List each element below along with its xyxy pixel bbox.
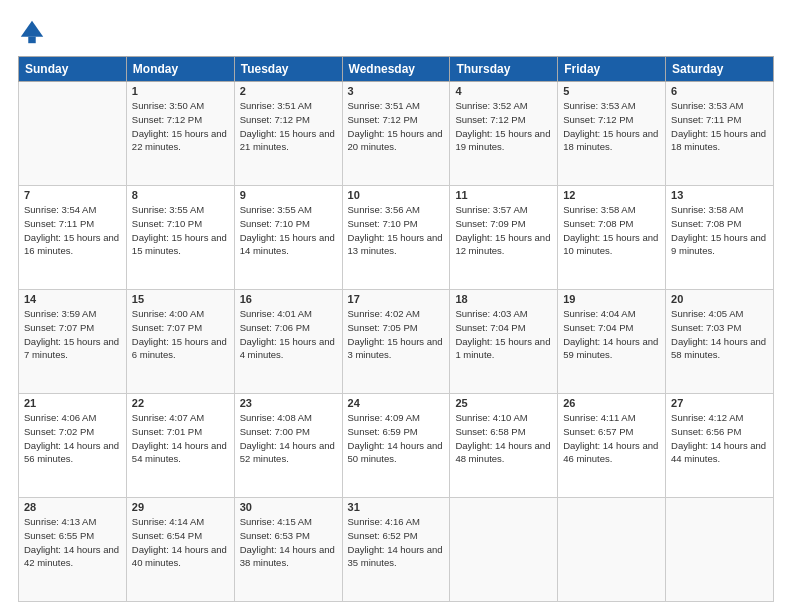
day-number: 24 [348, 397, 445, 409]
day-number: 5 [563, 85, 660, 97]
cell-content: Sunrise: 4:16 AMSunset: 6:52 PMDaylight:… [348, 515, 445, 570]
day-number: 4 [455, 85, 552, 97]
cell-content: Sunrise: 3:51 AMSunset: 7:12 PMDaylight:… [348, 99, 445, 154]
logo-icon [18, 18, 46, 46]
calendar-cell: 7Sunrise: 3:54 AMSunset: 7:11 PMDaylight… [19, 186, 127, 290]
calendar-cell: 5Sunrise: 3:53 AMSunset: 7:12 PMDaylight… [558, 82, 666, 186]
header [18, 18, 774, 46]
day-number: 14 [24, 293, 121, 305]
day-number: 8 [132, 189, 229, 201]
calendar-cell: 3Sunrise: 3:51 AMSunset: 7:12 PMDaylight… [342, 82, 450, 186]
day-number: 12 [563, 189, 660, 201]
calendar-cell: 8Sunrise: 3:55 AMSunset: 7:10 PMDaylight… [126, 186, 234, 290]
cell-content: Sunrise: 3:57 AMSunset: 7:09 PMDaylight:… [455, 203, 552, 258]
cell-content: Sunrise: 3:52 AMSunset: 7:12 PMDaylight:… [455, 99, 552, 154]
calendar-table: SundayMondayTuesdayWednesdayThursdayFrid… [18, 56, 774, 602]
cell-content: Sunrise: 4:00 AMSunset: 7:07 PMDaylight:… [132, 307, 229, 362]
page: SundayMondayTuesdayWednesdayThursdayFrid… [0, 0, 792, 612]
cell-content: Sunrise: 4:13 AMSunset: 6:55 PMDaylight:… [24, 515, 121, 570]
day-number: 30 [240, 501, 337, 513]
calendar-cell: 16Sunrise: 4:01 AMSunset: 7:06 PMDayligh… [234, 290, 342, 394]
cell-content: Sunrise: 3:58 AMSunset: 7:08 PMDaylight:… [563, 203, 660, 258]
calendar-cell: 19Sunrise: 4:04 AMSunset: 7:04 PMDayligh… [558, 290, 666, 394]
weekday-header-tuesday: Tuesday [234, 57, 342, 82]
calendar-cell: 29Sunrise: 4:14 AMSunset: 6:54 PMDayligh… [126, 498, 234, 602]
day-number: 1 [132, 85, 229, 97]
day-number: 23 [240, 397, 337, 409]
day-number: 26 [563, 397, 660, 409]
cell-content: Sunrise: 4:15 AMSunset: 6:53 PMDaylight:… [240, 515, 337, 570]
calendar-cell: 15Sunrise: 4:00 AMSunset: 7:07 PMDayligh… [126, 290, 234, 394]
cell-content: Sunrise: 4:10 AMSunset: 6:58 PMDaylight:… [455, 411, 552, 466]
day-number: 2 [240, 85, 337, 97]
day-number: 13 [671, 189, 768, 201]
calendar-cell: 17Sunrise: 4:02 AMSunset: 7:05 PMDayligh… [342, 290, 450, 394]
day-number: 27 [671, 397, 768, 409]
day-number: 20 [671, 293, 768, 305]
calendar-week-row: 21Sunrise: 4:06 AMSunset: 7:02 PMDayligh… [19, 394, 774, 498]
cell-content: Sunrise: 3:53 AMSunset: 7:11 PMDaylight:… [671, 99, 768, 154]
calendar-cell: 11Sunrise: 3:57 AMSunset: 7:09 PMDayligh… [450, 186, 558, 290]
day-number: 10 [348, 189, 445, 201]
calendar-cell: 10Sunrise: 3:56 AMSunset: 7:10 PMDayligh… [342, 186, 450, 290]
calendar-cell [19, 82, 127, 186]
day-number: 18 [455, 293, 552, 305]
calendar-cell: 25Sunrise: 4:10 AMSunset: 6:58 PMDayligh… [450, 394, 558, 498]
weekday-header-thursday: Thursday [450, 57, 558, 82]
day-number: 15 [132, 293, 229, 305]
day-number: 28 [24, 501, 121, 513]
calendar-week-row: 28Sunrise: 4:13 AMSunset: 6:55 PMDayligh… [19, 498, 774, 602]
cell-content: Sunrise: 4:02 AMSunset: 7:05 PMDaylight:… [348, 307, 445, 362]
calendar-cell: 31Sunrise: 4:16 AMSunset: 6:52 PMDayligh… [342, 498, 450, 602]
day-number: 19 [563, 293, 660, 305]
day-number: 7 [24, 189, 121, 201]
day-number: 6 [671, 85, 768, 97]
cell-content: Sunrise: 4:12 AMSunset: 6:56 PMDaylight:… [671, 411, 768, 466]
calendar-cell: 2Sunrise: 3:51 AMSunset: 7:12 PMDaylight… [234, 82, 342, 186]
cell-content: Sunrise: 4:01 AMSunset: 7:06 PMDaylight:… [240, 307, 337, 362]
day-number: 17 [348, 293, 445, 305]
weekday-header-friday: Friday [558, 57, 666, 82]
cell-content: Sunrise: 4:04 AMSunset: 7:04 PMDaylight:… [563, 307, 660, 362]
calendar-cell: 13Sunrise: 3:58 AMSunset: 7:08 PMDayligh… [666, 186, 774, 290]
day-number: 25 [455, 397, 552, 409]
calendar-cell: 18Sunrise: 4:03 AMSunset: 7:04 PMDayligh… [450, 290, 558, 394]
svg-rect-1 [28, 37, 35, 44]
calendar-cell: 30Sunrise: 4:15 AMSunset: 6:53 PMDayligh… [234, 498, 342, 602]
day-number: 3 [348, 85, 445, 97]
cell-content: Sunrise: 3:54 AMSunset: 7:11 PMDaylight:… [24, 203, 121, 258]
cell-content: Sunrise: 4:14 AMSunset: 6:54 PMDaylight:… [132, 515, 229, 570]
cell-content: Sunrise: 4:07 AMSunset: 7:01 PMDaylight:… [132, 411, 229, 466]
day-number: 31 [348, 501, 445, 513]
calendar-cell: 28Sunrise: 4:13 AMSunset: 6:55 PMDayligh… [19, 498, 127, 602]
calendar-cell: 26Sunrise: 4:11 AMSunset: 6:57 PMDayligh… [558, 394, 666, 498]
calendar-cell: 6Sunrise: 3:53 AMSunset: 7:11 PMDaylight… [666, 82, 774, 186]
calendar-cell: 22Sunrise: 4:07 AMSunset: 7:01 PMDayligh… [126, 394, 234, 498]
calendar-cell: 27Sunrise: 4:12 AMSunset: 6:56 PMDayligh… [666, 394, 774, 498]
day-number: 21 [24, 397, 121, 409]
calendar-cell: 23Sunrise: 4:08 AMSunset: 7:00 PMDayligh… [234, 394, 342, 498]
cell-content: Sunrise: 4:09 AMSunset: 6:59 PMDaylight:… [348, 411, 445, 466]
cell-content: Sunrise: 3:51 AMSunset: 7:12 PMDaylight:… [240, 99, 337, 154]
calendar-cell [450, 498, 558, 602]
cell-content: Sunrise: 4:08 AMSunset: 7:00 PMDaylight:… [240, 411, 337, 466]
calendar-cell: 20Sunrise: 4:05 AMSunset: 7:03 PMDayligh… [666, 290, 774, 394]
logo [18, 18, 50, 46]
cell-content: Sunrise: 3:50 AMSunset: 7:12 PMDaylight:… [132, 99, 229, 154]
cell-content: Sunrise: 3:56 AMSunset: 7:10 PMDaylight:… [348, 203, 445, 258]
calendar-cell: 9Sunrise: 3:55 AMSunset: 7:10 PMDaylight… [234, 186, 342, 290]
svg-marker-0 [21, 21, 43, 37]
day-number: 29 [132, 501, 229, 513]
cell-content: Sunrise: 4:11 AMSunset: 6:57 PMDaylight:… [563, 411, 660, 466]
weekday-header-saturday: Saturday [666, 57, 774, 82]
cell-content: Sunrise: 3:55 AMSunset: 7:10 PMDaylight:… [132, 203, 229, 258]
weekday-header-wednesday: Wednesday [342, 57, 450, 82]
calendar-cell: 4Sunrise: 3:52 AMSunset: 7:12 PMDaylight… [450, 82, 558, 186]
cell-content: Sunrise: 3:53 AMSunset: 7:12 PMDaylight:… [563, 99, 660, 154]
calendar-week-row: 14Sunrise: 3:59 AMSunset: 7:07 PMDayligh… [19, 290, 774, 394]
calendar-cell: 1Sunrise: 3:50 AMSunset: 7:12 PMDaylight… [126, 82, 234, 186]
weekday-header-monday: Monday [126, 57, 234, 82]
calendar-cell: 12Sunrise: 3:58 AMSunset: 7:08 PMDayligh… [558, 186, 666, 290]
weekday-header-row: SundayMondayTuesdayWednesdayThursdayFrid… [19, 57, 774, 82]
calendar-cell: 21Sunrise: 4:06 AMSunset: 7:02 PMDayligh… [19, 394, 127, 498]
